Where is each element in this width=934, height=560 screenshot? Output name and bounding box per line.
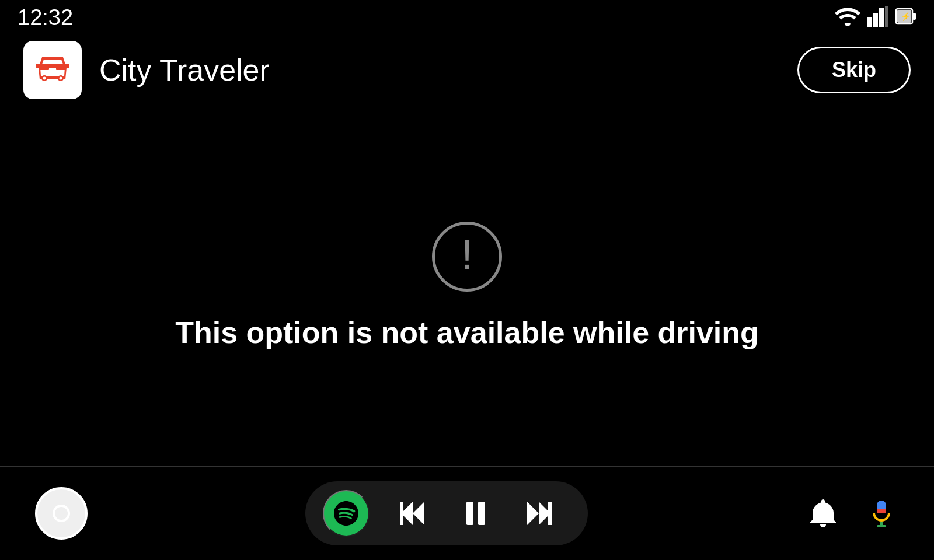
- bottom-right-icons: [806, 496, 899, 531]
- status-bar: 12:32 ⚡: [0, 0, 934, 35]
- svg-rect-16: [400, 502, 403, 525]
- warning-message: This option is not available while drivi…: [175, 315, 759, 350]
- main-content: ! This option is not available while dri…: [0, 105, 934, 467]
- svg-rect-2: [879, 8, 884, 27]
- svg-marker-20: [527, 502, 539, 525]
- svg-rect-23: [877, 509, 886, 513]
- media-next-button[interactable]: [507, 492, 570, 534]
- pause-icon: [461, 498, 491, 528]
- status-time: 12:32: [18, 5, 73, 30]
- svg-rect-18: [478, 502, 485, 525]
- app-header: City Traveler Skip: [0, 35, 934, 105]
- home-button[interactable]: [35, 487, 88, 540]
- bottom-bar: [0, 467, 934, 560]
- home-button-inner: [53, 505, 70, 522]
- skip-button[interactable]: Skip: [797, 47, 911, 93]
- svg-rect-12: [40, 65, 49, 70]
- svg-rect-17: [466, 502, 473, 525]
- warning-exclamation-icon: !: [461, 233, 473, 275]
- signal-icon: [867, 6, 888, 29]
- car-icon: [32, 48, 74, 92]
- mic-icon: [864, 496, 899, 531]
- svg-rect-0: [867, 18, 872, 27]
- svg-rect-1: [873, 13, 878, 27]
- wifi-icon: [835, 6, 860, 29]
- prev-icon: [398, 498, 428, 528]
- app-info: City Traveler: [23, 41, 270, 99]
- media-pause-button[interactable]: [444, 492, 507, 534]
- status-icons: ⚡: [835, 6, 916, 29]
- media-controls: [305, 481, 588, 545]
- warning-circle: !: [432, 222, 502, 292]
- svg-rect-3: [885, 6, 888, 27]
- notification-icon: [806, 496, 841, 531]
- mic-button[interactable]: [864, 496, 899, 531]
- spotify-icon: [332, 499, 361, 528]
- media-prev-button[interactable]: [381, 492, 444, 534]
- svg-rect-5: [912, 13, 916, 20]
- svg-point-9: [43, 77, 46, 80]
- battery-icon: ⚡: [895, 6, 916, 29]
- spotify-button[interactable]: [323, 490, 370, 537]
- next-icon: [524, 498, 554, 528]
- svg-point-11: [60, 77, 62, 80]
- app-icon-wrapper: [23, 41, 82, 99]
- svg-text:⚡: ⚡: [901, 12, 911, 22]
- app-title: City Traveler: [99, 52, 270, 88]
- svg-rect-21: [548, 502, 552, 525]
- svg-rect-25: [877, 525, 886, 527]
- svg-marker-15: [413, 502, 424, 525]
- svg-rect-13: [56, 65, 65, 70]
- notification-button[interactable]: [806, 496, 841, 531]
